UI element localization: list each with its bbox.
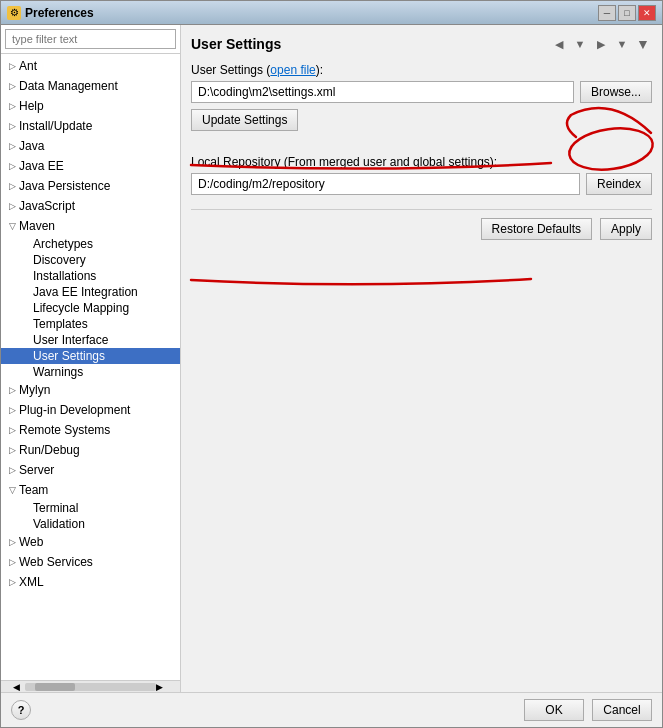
tree-item-discovery[interactable]: Discovery bbox=[1, 252, 180, 268]
user-settings-label: User Settings (open file): bbox=[191, 63, 652, 77]
forward-dropdown-icon[interactable]: ▼ bbox=[613, 35, 631, 53]
tree-label-java-persistence: Java Persistence bbox=[19, 179, 110, 193]
tree-item-warnings[interactable]: Warnings bbox=[1, 364, 180, 380]
tree-item-ant[interactable]: ▷ Ant bbox=[1, 56, 180, 76]
browse-button[interactable]: Browse... bbox=[580, 81, 652, 103]
tree: ▷ Ant ▷ Data Management ▷ Help bbox=[1, 54, 180, 680]
tree-item-user-settings[interactable]: User Settings bbox=[1, 348, 180, 364]
tree-item-install-update[interactable]: ▷ Install/Update bbox=[1, 116, 180, 136]
tree-item-server[interactable]: ▷ Server bbox=[1, 460, 180, 480]
reindex-button[interactable]: Reindex bbox=[586, 173, 652, 195]
forward-icon[interactable]: ▶ bbox=[592, 35, 610, 53]
scroll-right-btn[interactable]: ▶ bbox=[156, 682, 168, 692]
toolbar-icons: ◀ ▼ ▶ ▼ ▼ bbox=[550, 35, 652, 53]
scrollbar-horizontal[interactable]: ◀ ▶ bbox=[1, 680, 180, 692]
tree-item-lifecycle-mapping[interactable]: Lifecycle Mapping bbox=[1, 300, 180, 316]
tree-item-help[interactable]: ▷ Help bbox=[1, 96, 180, 116]
tree-item-mylyn[interactable]: ▷ Mylyn bbox=[1, 380, 180, 400]
tree-label-data-management: Data Management bbox=[19, 79, 118, 93]
arrow-maven: ▽ bbox=[5, 219, 19, 233]
minimize-button[interactable]: ─ bbox=[598, 5, 616, 21]
restore-defaults-button[interactable]: Restore Defaults bbox=[481, 218, 592, 240]
apply-row: Restore Defaults Apply bbox=[191, 209, 652, 240]
title-bar: ⚙ Preferences ─ □ ✕ bbox=[1, 1, 662, 25]
tree-item-run-debug[interactable]: ▷ Run/Debug bbox=[1, 440, 180, 460]
arrow-data-management: ▷ bbox=[5, 79, 19, 93]
arrow-java-persistence: ▷ bbox=[5, 179, 19, 193]
update-settings-button[interactable]: Update Settings bbox=[191, 109, 298, 131]
preferences-window: ⚙ Preferences ─ □ ✕ ▷ Ant bbox=[0, 0, 663, 728]
apply-button[interactable]: Apply bbox=[600, 218, 652, 240]
maximize-button[interactable]: □ bbox=[618, 5, 636, 21]
scroll-left-btn[interactable]: ◀ bbox=[13, 682, 25, 692]
arrow-help: ▷ bbox=[5, 99, 19, 113]
arrow-javascript: ▷ bbox=[5, 199, 19, 213]
tree-item-validation[interactable]: Validation bbox=[1, 516, 180, 532]
arrow-java-ee: ▷ bbox=[5, 159, 19, 173]
tree-item-templates[interactable]: Templates bbox=[1, 316, 180, 332]
tree-item-maven[interactable]: ▽ Maven bbox=[1, 216, 180, 236]
arrow-xml: ▷ bbox=[5, 575, 19, 589]
tree-item-xml[interactable]: ▷ XML bbox=[1, 572, 180, 592]
tree-item-java-persistence[interactable]: ▷ Java Persistence bbox=[1, 176, 180, 196]
tree-label-javascript: JavaScript bbox=[19, 199, 75, 213]
content-area: ▷ Ant ▷ Data Management ▷ Help bbox=[1, 25, 662, 692]
tree-item-java-ee[interactable]: ▷ Java EE bbox=[1, 156, 180, 176]
search-box bbox=[1, 25, 180, 54]
arrow-java: ▷ bbox=[5, 139, 19, 153]
tree-item-team[interactable]: ▽ Team bbox=[1, 480, 180, 500]
tree-item-terminal[interactable]: Terminal bbox=[1, 500, 180, 516]
back-icon[interactable]: ◀ bbox=[550, 35, 568, 53]
main-header: User Settings ◀ ▼ ▶ ▼ ▼ bbox=[191, 35, 652, 53]
close-button[interactable]: ✕ bbox=[638, 5, 656, 21]
tree-label-run-debug: Run/Debug bbox=[19, 443, 80, 457]
arrow-server: ▷ bbox=[5, 463, 19, 477]
tree-item-remote-systems[interactable]: ▷ Remote Systems bbox=[1, 420, 180, 440]
scrollbar-thumb[interactable] bbox=[35, 683, 75, 691]
tree-item-archetypes[interactable]: Archetypes bbox=[1, 236, 180, 252]
tree-item-installations[interactable]: Installations bbox=[1, 268, 180, 284]
search-input[interactable] bbox=[5, 29, 176, 49]
title-buttons: ─ □ ✕ bbox=[598, 5, 656, 21]
window-title: Preferences bbox=[25, 6, 94, 20]
user-settings-section: User Settings (open file): Browse... Upd… bbox=[191, 63, 652, 147]
tree-label-remote-systems: Remote Systems bbox=[19, 423, 110, 437]
scrollbar-track[interactable] bbox=[25, 683, 156, 691]
arrow-web-services: ▷ bbox=[5, 555, 19, 569]
tree-label-team: Team bbox=[19, 483, 48, 497]
tree-label-web-services: Web Services bbox=[19, 555, 93, 569]
tree-label-mylyn: Mylyn bbox=[19, 383, 50, 397]
tree-item-java-ee-integration[interactable]: Java EE Integration bbox=[1, 284, 180, 300]
cancel-button[interactable]: Cancel bbox=[592, 699, 652, 721]
arrow-plugin-development: ▷ bbox=[5, 403, 19, 417]
settings-file-input[interactable] bbox=[191, 81, 574, 103]
arrow-remote-systems: ▷ bbox=[5, 423, 19, 437]
tree-item-web[interactable]: ▷ Web bbox=[1, 532, 180, 552]
local-repo-input[interactable] bbox=[191, 173, 580, 195]
dropdown-icon[interactable]: ▼ bbox=[571, 35, 589, 53]
tree-label-web: Web bbox=[19, 535, 43, 549]
tree-item-web-services[interactable]: ▷ Web Services bbox=[1, 552, 180, 572]
title-bar-left: ⚙ Preferences bbox=[7, 6, 94, 20]
local-repo-label: Local Repository (From merged user and g… bbox=[191, 155, 652, 169]
ok-button[interactable]: OK bbox=[524, 699, 584, 721]
tree-label-help: Help bbox=[19, 99, 44, 113]
tree-item-data-management[interactable]: ▷ Data Management bbox=[1, 76, 180, 96]
ok-cancel-area: OK Cancel bbox=[524, 699, 652, 721]
tree-item-java[interactable]: ▷ Java bbox=[1, 136, 180, 156]
open-file-link[interactable]: open file bbox=[270, 63, 315, 77]
tree-label-plugin-development: Plug-in Development bbox=[19, 403, 130, 417]
local-repo-row: Reindex bbox=[191, 173, 652, 195]
help-button[interactable]: ? bbox=[11, 700, 31, 720]
local-repo-section: Local Repository (From merged user and g… bbox=[191, 155, 652, 201]
tree-item-user-interface[interactable]: User Interface bbox=[1, 332, 180, 348]
arrow-web: ▷ bbox=[5, 535, 19, 549]
tree-label-maven: Maven bbox=[19, 219, 55, 233]
tree-item-plugin-development[interactable]: ▷ Plug-in Development bbox=[1, 400, 180, 420]
menu-dropdown-icon[interactable]: ▼ bbox=[634, 35, 652, 53]
tree-item-javascript[interactable]: ▷ JavaScript bbox=[1, 196, 180, 216]
sidebar: ▷ Ant ▷ Data Management ▷ Help bbox=[1, 25, 181, 692]
arrow-mylyn: ▷ bbox=[5, 383, 19, 397]
tree-label-java-ee: Java EE bbox=[19, 159, 64, 173]
tree-label-ant: Ant bbox=[19, 59, 37, 73]
